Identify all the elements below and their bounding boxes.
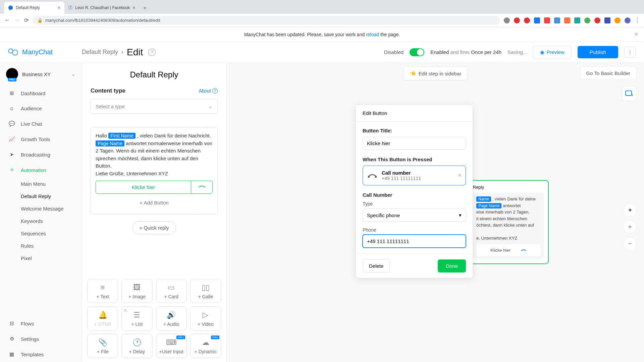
block-video[interactable]: ▷+ Video	[190, 306, 221, 330]
reload-link[interactable]: reload	[366, 32, 379, 37]
extension-icon[interactable]	[584, 17, 590, 23]
block-image[interactable]: 🖼+ Image	[121, 279, 152, 303]
hand-icon: 👈	[410, 70, 416, 76]
zoom-in-button[interactable]: +	[623, 220, 637, 234]
subitem-pixel[interactable]: Pixel	[21, 252, 82, 264]
basic-builder-button[interactable]: Go To Basic Builder	[580, 67, 637, 80]
subitem-defaultreply[interactable]: Default Reply	[21, 190, 82, 202]
subitem-mainmenu[interactable]: Main Menu	[21, 178, 82, 190]
extension-icon[interactable]	[534, 17, 540, 23]
sidebar-item-dashboard[interactable]: ⊞Dashboard	[0, 85, 82, 101]
preview-button[interactable]: ◉ Preview	[533, 46, 571, 59]
flow-canvas[interactable]: 👈 Edit step in sidebar Go To Basic Build…	[227, 63, 644, 362]
brand-logo[interactable]: ManyChat	[8, 48, 82, 56]
extension-icon[interactable]	[574, 17, 580, 23]
reload-icon[interactable]: ⟳	[24, 17, 29, 23]
type-select[interactable]: Specific phone ▾	[363, 208, 466, 222]
sidebar-item-growth[interactable]: 📈Growth Tools	[0, 131, 82, 147]
extension-icon[interactable]	[514, 17, 520, 23]
svg-rect-2	[626, 91, 632, 96]
block-audio[interactable]: 🔊+ Audio	[156, 306, 187, 330]
block-card[interactable]: ▭+ Card	[156, 279, 187, 303]
close-icon[interactable]: ×	[132, 5, 135, 10]
type-select[interactable]: Select a type ⌄	[91, 99, 218, 114]
chevron-down-icon: ⌄	[71, 71, 75, 77]
extension-icon[interactable]	[544, 17, 550, 23]
message-text: Hallo First Name , vielen Dank für deine…	[96, 132, 213, 177]
close-icon[interactable]: ×	[58, 5, 60, 10]
subitem-sequences[interactable]: Sequences	[21, 227, 82, 240]
popover-title: Edit Button	[356, 105, 473, 122]
message-card[interactable]: Hallo First Name , vielen Dank für deine…	[91, 127, 218, 215]
type-label: Type	[363, 201, 466, 206]
sidebar-item-livechat[interactable]: 💬Live Chat	[0, 116, 82, 131]
sidebar-item-audience[interactable]: ☺Audience	[0, 101, 82, 116]
block-userinput[interactable]: PRO⌨+User Input	[156, 334, 187, 358]
sidebar-item-broadcasting[interactable]: ➤Broadcasting	[0, 147, 82, 162]
subitem-welcome[interactable]: Welcome Message	[21, 202, 82, 215]
sidebar-item-templates[interactable]: ▦Templates	[0, 347, 82, 362]
extension-icon[interactable]	[604, 17, 610, 23]
button-label: Klicke hier	[96, 181, 191, 193]
edit-step-button[interactable]: 👈 Edit step in sidebar	[404, 67, 467, 80]
subitem-keywords[interactable]: Keywords	[21, 215, 82, 227]
phone-input[interactable]	[363, 235, 466, 248]
done-button[interactable]: Done	[438, 259, 466, 273]
button-title-input[interactable]	[363, 137, 466, 150]
block-delay[interactable]: 🕐+ Delay	[121, 334, 152, 358]
block-text[interactable]: ≡+ Text	[87, 279, 118, 303]
block-list[interactable]: ⚠☰+ List	[121, 306, 152, 330]
audience-icon: ☺	[8, 106, 15, 111]
publish-button[interactable]: Publish	[578, 46, 618, 58]
extension-icon[interactable]	[614, 17, 621, 23]
extension-icon[interactable]	[554, 17, 560, 23]
extension-icon[interactable]	[564, 17, 570, 23]
tab-facebook[interactable]: ⓕ Leon R. Chaudhari | Facebook ×	[64, 2, 139, 14]
phone-icon	[191, 181, 212, 193]
app-header: ManyChat Default Reply › Edit ? Disabled…	[0, 42, 644, 63]
variable-tag[interactable]: First Name	[108, 133, 135, 139]
account-switcher[interactable]: PRO Business XY ⌄	[0, 63, 82, 85]
help-icon[interactable]: ?	[148, 49, 156, 56]
zoom-out-button[interactable]: −	[623, 237, 637, 250]
block-gallery[interactable]: ▯▯+ Galle	[190, 279, 221, 303]
menu-icon[interactable]: ⋮	[635, 17, 640, 23]
automation-icon: ⚛	[8, 167, 15, 173]
reply-node[interactable]: Reply Name , vielen Dank für deine Page …	[468, 180, 549, 264]
close-icon[interactable]: ×	[634, 31, 638, 38]
sidebar-item-automation[interactable]: ⚛Automation	[0, 162, 82, 178]
content-type-label: Content type	[91, 87, 125, 94]
variable-tag[interactable]: Page Name	[96, 140, 124, 146]
tab-default-reply[interactable]: 🔵 Default Reply ×	[4, 2, 64, 14]
enabled-toggle[interactable]	[410, 48, 424, 56]
block-file[interactable]: 📎+ File	[87, 334, 118, 358]
sidebar-item-flows[interactable]: ⊟Flows	[0, 316, 82, 331]
new-tab-button[interactable]: +	[139, 2, 150, 14]
more-button[interactable]: ⋮	[624, 47, 636, 58]
add-button[interactable]: + Add Button	[96, 196, 213, 209]
extension-icon[interactable]	[504, 17, 510, 23]
close-icon[interactable]: ×	[458, 172, 462, 179]
chevron-right-icon: ›	[121, 49, 123, 56]
breadcrumb-item[interactable]: Default Reply	[82, 49, 118, 56]
url-input[interactable]: 🔒 manychat.com/fb181039442408309/automat…	[33, 16, 500, 25]
extension-icon[interactable]	[594, 17, 600, 23]
subitem-rules[interactable]: Rules	[21, 240, 82, 252]
back-icon[interactable]: ←	[4, 17, 10, 24]
help-icon: ?	[212, 88, 218, 94]
avatar-icon[interactable]	[625, 17, 631, 23]
call-action-card[interactable]: Call number +49 111 11111111 ×	[363, 166, 466, 185]
block-dynamic[interactable]: PRO☁+ Dynamic	[190, 334, 221, 358]
templates-icon: ▦	[8, 351, 15, 357]
sidebar-item-settings[interactable]: ⚙Settings	[0, 331, 82, 347]
extension-icon[interactable]	[524, 17, 530, 23]
delete-button[interactable]: Delete	[363, 259, 390, 273]
pro-badge: PRO	[211, 336, 219, 339]
title-label: Button Title:	[363, 128, 466, 133]
about-link[interactable]: About?	[199, 88, 218, 94]
add-node-button[interactable]: +	[622, 86, 637, 101]
quick-reply-button[interactable]: + Quick reply	[132, 221, 176, 234]
message-button[interactable]: Klicke hier	[96, 181, 213, 194]
center-button[interactable]: ✦	[623, 203, 637, 217]
update-notification: ManyChat has been updated. Please, save …	[0, 27, 644, 42]
